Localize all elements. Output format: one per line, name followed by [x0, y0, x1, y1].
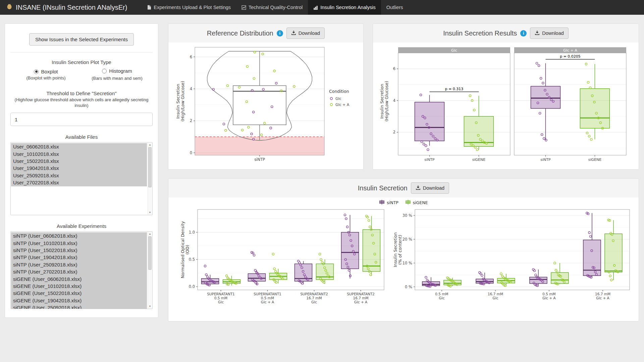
scroll-up-arrow[interactable]: ▲	[148, 232, 152, 236]
svg-text:p = 0.313: p = 0.313	[445, 87, 464, 91]
svg-text:4: 4	[190, 86, 192, 91]
experiment-item[interactable]: siGENE (User_15022018.xlsx)	[11, 290, 147, 297]
radio-boxplot[interactable]: Boxplot	[34, 69, 58, 74]
file-item[interactable]: User_06062018.xlsx	[11, 143, 147, 150]
scroll-down-arrow[interactable]: ▼	[148, 304, 152, 308]
bar-chart-icon	[313, 5, 318, 10]
download-icon	[416, 185, 421, 191]
experiment-item[interactable]: siNTP (User_06062018.xlsx)	[11, 232, 147, 239]
experiment-item[interactable]: siNTP (User_27022018.xlsx)	[11, 268, 147, 275]
experiment-item[interactable]: siGENE (User_06062018.xlsx)	[11, 276, 147, 283]
download-icon	[535, 30, 540, 36]
radio-label: Histogram	[109, 68, 132, 74]
radio-dot[interactable]	[102, 69, 107, 73]
legend-entry-sintp: siNTP	[379, 199, 398, 206]
secretion-panel-header: Insulin Secretion Download	[168, 179, 639, 197]
results-panel-header: Insulin Secretion Results i Download	[373, 24, 639, 43]
svg-text:0.0: 0.0	[189, 284, 195, 289]
file-item[interactable]: User_19042018.xlsx	[11, 165, 147, 172]
experiment-item[interactable]: siGENE (User_10102018.xlsx)	[11, 283, 147, 290]
tab-label: Technical Quality-Control	[249, 5, 303, 10]
tab-technical-quality-control[interactable]: Technical Quality-Control	[236, 0, 308, 15]
svg-text:Glc + A: Glc + A	[596, 296, 609, 300]
experiment-item[interactable]: siGENE (User_25092018.xlsx)	[11, 304, 147, 309]
download-button[interactable]: Download	[286, 27, 325, 39]
svg-text:Glc + A: Glc + A	[542, 296, 556, 300]
scrollbar[interactable]: ▲▼	[148, 232, 152, 308]
svg-text:siNTP: siNTP	[254, 157, 265, 162]
info-icon[interactable]: i	[520, 30, 527, 37]
tab-experiments-upload-plot-settings[interactable]: Experiments Upload & Plot Settings	[142, 0, 236, 15]
svg-text:siGENE: siGENE	[588, 158, 601, 162]
results-panel-body: GlcsiNTPsiGENEp = 0.313Glc + AsiNTPsiGEN…	[373, 43, 639, 168]
experiment-item[interactable]: siNTP (User_19042018.xlsx)	[11, 254, 147, 261]
sidebar-panel: Show Issues in the Selected Experiments …	[5, 23, 158, 318]
file-item[interactable]: User_27022018.xlsx	[11, 179, 147, 186]
file-item[interactable]: User_15022018.xlsx	[11, 158, 147, 165]
threshold-input[interactable]	[10, 113, 153, 126]
experiment-item[interactable]: siNTP (User_10102018.xlsx)	[11, 240, 147, 247]
plot-type-label: Insulin Secretion Plot Type	[10, 59, 153, 65]
legend-label: siNTP	[387, 200, 398, 205]
show-issues-button[interactable]: Show Issues in the Selected Experiments	[29, 33, 134, 46]
scrollbar-thumb[interactable]	[148, 236, 152, 270]
svg-text:Glc: Glc	[493, 296, 498, 300]
svg-text:(OD): (OD)	[185, 245, 190, 254]
scrollbar-thumb[interactable]	[148, 147, 152, 187]
radio-dot[interactable]	[34, 69, 39, 74]
download-label: Download	[299, 31, 320, 36]
svg-text:(% of content): (% of content)	[397, 235, 402, 264]
svg-text:0.5: 0.5	[189, 257, 195, 262]
svg-text:30 %: 30 %	[402, 213, 412, 218]
svg-text:Glc: Glc	[311, 300, 317, 304]
legend-key-sintp	[379, 199, 385, 206]
download-label: Download	[542, 31, 564, 36]
svg-text:20 %: 20 %	[402, 237, 412, 242]
tab-label: Insulin Secretion Analysis	[320, 5, 375, 10]
available-files-label: Available Files	[10, 134, 153, 140]
insane-logo-icon	[6, 3, 13, 12]
svg-text:siNTP: siNTP	[540, 158, 551, 162]
radio-label: Boxplot	[41, 69, 58, 74]
threshold-hint: (High/low glucose threshold above which …	[10, 97, 153, 109]
experiments-listbox[interactable]: siNTP (User_06062018.xlsx)siNTP (User_10…	[10, 231, 153, 309]
experiment-item[interactable]: siGENE (User_19042018.xlsx)	[11, 297, 147, 304]
app-brand: INSANE (INsulin Secretion ANalysEr)	[0, 0, 133, 15]
svg-text:6: 6	[190, 55, 192, 59]
experiment-item[interactable]: siNTP (User_15022018.xlsx)	[11, 247, 147, 254]
svg-text:SUPERNATANT1: SUPERNATANT1	[207, 292, 235, 296]
line-chart-icon	[241, 5, 246, 10]
insulin-secretion-plot: SUPERNATANT10.5 mMGlcSUPERNATANT10.5 mMG…	[173, 207, 634, 314]
svg-text:p = 0.0205: p = 0.0205	[560, 54, 581, 59]
download-button[interactable]: Download	[411, 182, 449, 194]
radio-histogram[interactable]: Histogram	[102, 68, 132, 74]
insulin-secretion-results-plot: GlcsiNTPsiGENEp = 0.313Glc + AsiNTPsiGEN…	[377, 43, 634, 168]
svg-text:16.7 mM: 16.7 mM	[353, 296, 368, 300]
tab-insulin-secretion-analysis[interactable]: Insulin Secretion Analysis	[308, 0, 381, 15]
file-item[interactable]: User_10102018.xlsx	[11, 150, 147, 158]
reference-distribution-panel: Reference Distribution i Download 0246si…	[168, 23, 364, 170]
file-item[interactable]: User_25092018.xlsx	[11, 172, 147, 179]
radio-hint: (Boxplot with points)	[10, 75, 82, 81]
svg-text:Condition: Condition	[329, 89, 349, 94]
scrollbar[interactable]: ▲▼	[148, 143, 152, 215]
secretion-plot-legend: siNTPsiGENE	[168, 197, 639, 207]
svg-text:Normalised Optical Density: Normalised Optical Density	[180, 221, 185, 278]
svg-text:(High/Low Glucose): (High/Low Glucose)	[384, 81, 389, 121]
svg-text:16.7 mM: 16.7 mM	[488, 292, 503, 296]
experiment-item[interactable]: siNTP (User_25092018.xlsx)	[11, 261, 147, 268]
tab-label: Outliers	[386, 5, 403, 10]
tab-outliers[interactable]: Outliers	[381, 0, 409, 15]
scroll-down-arrow[interactable]: ▼	[148, 210, 152, 215]
download-icon	[291, 30, 296, 36]
scroll-up-arrow[interactable]: ▲	[148, 143, 152, 147]
svg-text:0.5 mM: 0.5 mM	[261, 296, 274, 300]
files-listbox[interactable]: User_06062018.xlsxUser_10102018.xlsxUser…	[10, 142, 153, 215]
svg-text:2: 2	[190, 118, 192, 123]
plot-type-option-boxplot: Boxplot(Boxplot with points)	[10, 68, 82, 81]
download-button[interactable]: Download	[530, 27, 569, 39]
svg-text:SUPERNATANT2: SUPERNATANT2	[300, 292, 328, 296]
svg-text:2: 2	[393, 130, 395, 134]
info-icon[interactable]: i	[277, 30, 283, 37]
svg-text:6: 6	[393, 66, 395, 71]
